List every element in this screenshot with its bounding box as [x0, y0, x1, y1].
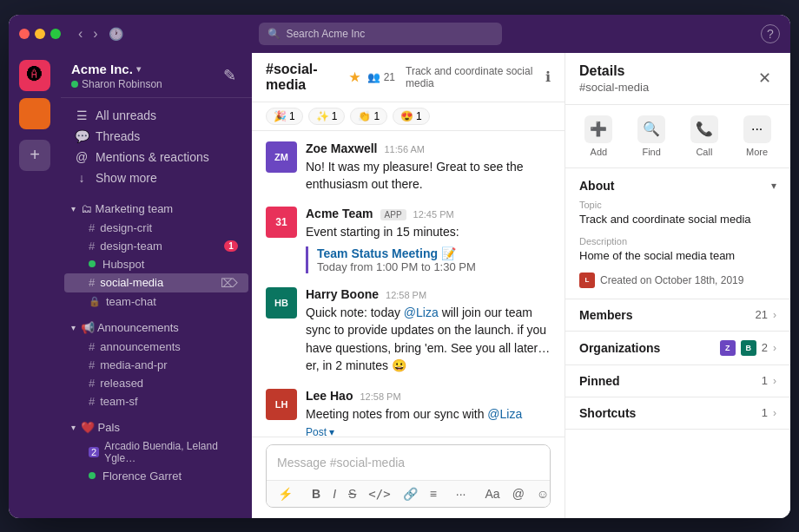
traffic-lights: [19, 29, 61, 39]
about-section-header[interactable]: About ▾: [579, 179, 776, 193]
user-name: Sharon Robinson: [82, 78, 162, 90]
shortcuts-button[interactable]: ⚡: [274, 484, 297, 503]
channel-info-button[interactable]: ℹ: [545, 69, 551, 85]
emoji-button[interactable]: ☺: [532, 484, 551, 503]
details-shortcuts-row[interactable]: Shortcuts 1 ›: [565, 397, 790, 430]
pals-toggle-icon: ▾: [71, 423, 76, 432]
post-dropdown[interactable]: Post ▾: [306, 426, 551, 437]
message-content: Zoe Maxwell 11:56 AM No! It was my pleas…: [306, 141, 551, 194]
sidebar-item-mentions[interactable]: @ Mentions & reactions: [64, 147, 248, 167]
show-more-label: Show more: [96, 171, 157, 185]
mention-liza-2[interactable]: @Liza: [487, 407, 522, 421]
channel-florence[interactable]: Florence Garret: [64, 467, 248, 485]
marketing-section-label: 🗂 Marketing team: [81, 202, 173, 215]
channel-design-team[interactable]: # design-team 1: [64, 237, 248, 255]
forward-button[interactable]: ›: [89, 24, 101, 43]
fullscreen-button[interactable]: [50, 29, 61, 39]
show-more-icon: ↓: [75, 171, 89, 185]
sidebar-item-all-unreads[interactable]: ☰ All unreads: [64, 105, 248, 126]
history-button[interactable]: 🕐: [105, 24, 127, 43]
sparkles-emoji: ✨: [316, 110, 329, 122]
help-button[interactable]: ?: [761, 24, 780, 43]
details-call-action[interactable]: 📞 Call: [690, 115, 718, 157]
online-indicator: [89, 260, 96, 267]
message-content: Acme Team APP 12:45 PM Event starting in…: [306, 207, 551, 273]
back-button[interactable]: ‹: [75, 24, 86, 43]
details-pinned-row[interactable]: Pinned 1 ›: [565, 365, 790, 397]
channel-arcadio[interactable]: 2 Arcadio Buendia, Leland Ygle…: [64, 437, 248, 467]
star-icon[interactable]: ★: [349, 70, 360, 84]
find-label: Find: [642, 147, 660, 157]
pinned-count: 1: [762, 374, 768, 387]
mention-button[interactable]: @: [508, 484, 529, 503]
add-label: Add: [591, 147, 608, 157]
section-marketing-header[interactable]: ▾ 🗂 Marketing team: [61, 199, 252, 219]
reaction-sparkles[interactable]: ✨ 1: [308, 108, 346, 125]
status-link[interactable]: Team Status Meeting 📝: [317, 246, 551, 260]
heart-eyes-count: 1: [416, 110, 422, 122]
description-value: Home of the social media team: [579, 248, 776, 264]
input-toolbar: ⚡ B I S </> 🔗 ≡ ··· Aa @ ☺ �: [267, 480, 550, 507]
reaction-clap[interactable]: 👏 1: [350, 108, 387, 125]
minimize-button[interactable]: [35, 29, 45, 39]
clap-count: 1: [373, 110, 380, 122]
message-author: Harry Boone: [306, 287, 379, 301]
section-announcements-header[interactable]: ▾ 📢 Announcements: [61, 318, 252, 338]
details-add-action[interactable]: ➕ Add: [584, 115, 612, 157]
reaction-party[interactable]: 🎉 1: [266, 108, 303, 125]
shortcuts-right: 1 ›: [762, 406, 776, 419]
channel-released[interactable]: # released: [64, 374, 248, 392]
channel-announcements[interactable]: # announcements: [64, 338, 248, 356]
close-button[interactable]: [19, 29, 30, 39]
more-button[interactable]: ···: [452, 484, 471, 503]
channel-design-crit[interactable]: # design-crit: [64, 219, 248, 237]
compose-button[interactable]: ✎: [217, 63, 241, 88]
workspace-icon-secondary[interactable]: [19, 98, 50, 129]
message-input[interactable]: [267, 445, 550, 480]
sidebar-item-show-more[interactable]: ↓ Show more: [64, 167, 248, 188]
message-input-area: ⚡ B I S </> 🔗 ≡ ··· Aa @ ☺ �: [252, 437, 565, 518]
list-button[interactable]: ≡: [426, 484, 441, 503]
creator-text: Created on October 18th, 2019: [600, 274, 743, 286]
format-button[interactable]: Aa: [481, 484, 505, 503]
creator-avatar: L: [579, 273, 595, 288]
channel-media-and-pr[interactable]: # media-and-pr: [64, 356, 248, 374]
channel-hubspot[interactable]: Hubspot: [64, 255, 248, 273]
channel-social-media[interactable]: # social-media ⌦: [64, 273, 248, 292]
details-members-row[interactable]: Members 21 ›: [565, 299, 790, 332]
link-button[interactable]: 🔗: [399, 484, 422, 503]
bold-button[interactable]: B: [307, 484, 325, 503]
message-author: Zoe Maxwell: [306, 141, 377, 155]
message-author: Acme Team: [306, 207, 373, 220]
details-organizations-row[interactable]: Organizations Z B 2 ›: [565, 332, 790, 365]
details-more-action[interactable]: ··· More: [743, 115, 771, 157]
italic-button[interactable]: I: [328, 484, 340, 503]
details-close-button[interactable]: ✕: [752, 66, 776, 90]
shortcuts-label: Shortcuts: [579, 406, 636, 420]
message-time: 11:56 AM: [384, 144, 424, 154]
code-button[interactable]: </>: [364, 484, 394, 503]
workspace-name-button[interactable]: Acme Inc. ▾: [71, 62, 162, 76]
more-icon: ···: [743, 115, 771, 143]
add-workspace-button[interactable]: +: [19, 140, 50, 171]
call-icon: 📞: [690, 115, 718, 143]
search-placeholder: Search Acme Inc: [286, 28, 365, 40]
search-bar[interactable]: 🔍 Search Acme Inc: [259, 23, 502, 45]
channel-name: design-team: [100, 240, 162, 253]
topic-value: Track and coordinate social media: [579, 212, 776, 227]
section-pals-header[interactable]: ▾ ❤️ Pals: [61, 417, 252, 437]
members-count: 21: [756, 308, 768, 321]
sparkles-count: 1: [332, 110, 338, 122]
sidebar-item-threads[interactable]: 💬 Threads: [64, 126, 248, 147]
members-chevron-icon: ›: [773, 309, 776, 321]
strikethrough-button[interactable]: S: [344, 484, 360, 503]
channel-team-sf[interactable]: # team-sf: [64, 392, 248, 410]
channel-team-chat[interactable]: 🔒 team-chat: [64, 292, 248, 311]
pinned-chevron-icon: ›: [773, 375, 776, 387]
details-find-action[interactable]: 🔍 Find: [637, 115, 665, 157]
message-text: Meeting notes from our sync with @Liza: [306, 405, 551, 423]
reaction-heart-eyes[interactable]: 😍 1: [393, 108, 430, 125]
mention-liza[interactable]: @Liza: [404, 305, 439, 319]
workspace-icon-primary[interactable]: 🅐: [19, 60, 50, 91]
main-layout: 🅐 + Acme Inc. ▾ Sharon Robinson ✎: [9, 53, 790, 518]
